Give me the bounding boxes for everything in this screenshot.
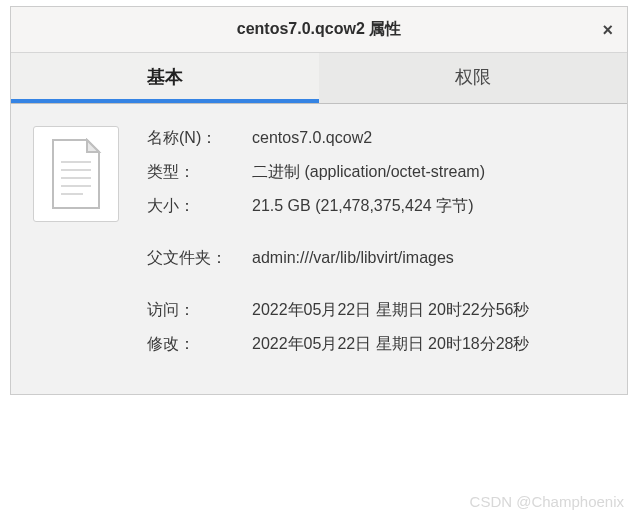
label-accessed: 访问： — [147, 298, 252, 322]
value-modified: 2022年05月22日 星期日 20时18分28秒 — [252, 332, 605, 356]
label-modified: 修改： — [147, 332, 252, 356]
watermark: CSDN @Champhoenix — [470, 493, 624, 510]
value-name: centos7.0.qcow2 — [252, 126, 605, 150]
titlebar: centos7.0.qcow2 属性 × — [11, 7, 627, 53]
properties-dialog: centos7.0.qcow2 属性 × 基本 权限 名称(N)： centos… — [10, 6, 628, 395]
tab-permissions[interactable]: 权限 — [319, 53, 627, 103]
label-parent: 父文件夹： — [147, 246, 252, 270]
file-icon-container[interactable] — [33, 126, 119, 222]
label-size: 大小： — [147, 194, 252, 218]
tab-basic[interactable]: 基本 — [11, 53, 319, 103]
document-icon — [47, 138, 105, 210]
row-parent: 父文件夹： admin:///var/lib/libvirt/images — [147, 246, 605, 270]
row-name: 名称(N)： centos7.0.qcow2 — [147, 126, 605, 150]
value-accessed: 2022年05月22日 星期日 20时22分56秒 — [252, 298, 605, 322]
tab-bar: 基本 权限 — [11, 53, 627, 104]
row-modified: 修改： 2022年05月22日 星期日 20时18分28秒 — [147, 332, 605, 356]
value-type: 二进制 (application/octet-stream) — [252, 160, 605, 184]
close-icon[interactable]: × — [602, 19, 613, 40]
label-name: 名称(N)： — [147, 126, 252, 150]
label-type: 类型： — [147, 160, 252, 184]
row-size: 大小： 21.5 GB (21,478,375,424 字节) — [147, 194, 605, 218]
row-type: 类型： 二进制 (application/octet-stream) — [147, 160, 605, 184]
row-accessed: 访问： 2022年05月22日 星期日 20时22分56秒 — [147, 298, 605, 322]
content-area: 名称(N)： centos7.0.qcow2 类型： 二进制 (applicat… — [11, 104, 627, 394]
value-size: 21.5 GB (21,478,375,424 字节) — [252, 194, 605, 218]
value-parent: admin:///var/lib/libvirt/images — [252, 246, 605, 270]
properties-list: 名称(N)： centos7.0.qcow2 类型： 二进制 (applicat… — [147, 126, 605, 366]
dialog-title: centos7.0.qcow2 属性 — [237, 19, 402, 40]
